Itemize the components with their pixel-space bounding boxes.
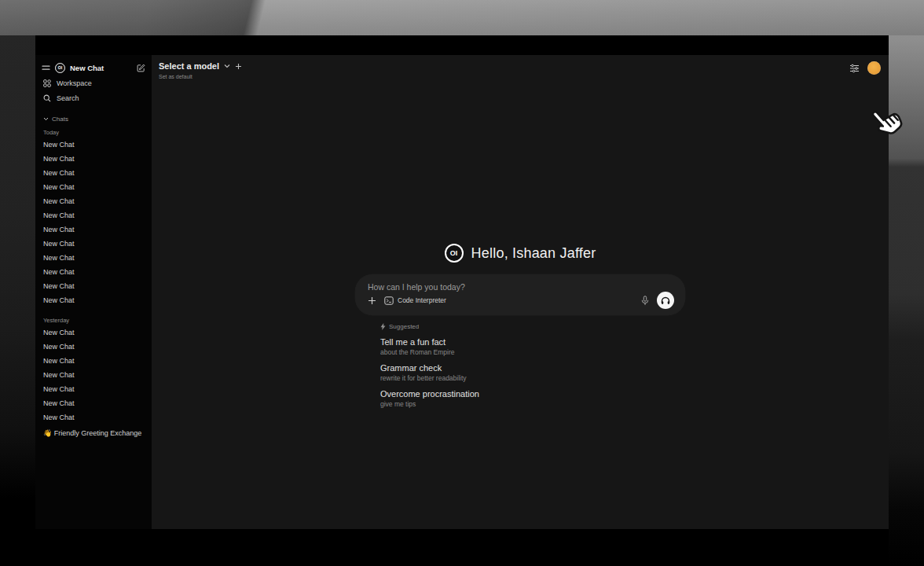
sidebar-chat-item[interactable]: New Chat [40,265,147,279]
code-interpreter-icon [384,296,394,305]
new-chat-pencil-icon[interactable] [137,64,145,72]
lightning-icon [380,323,386,330]
sidebar-new-chat-title[interactable]: New Chat [70,64,132,72]
sidebar-chat-item[interactable]: New Chat [40,138,147,152]
attach-plus-icon[interactable] [368,296,376,305]
sidebar-chat-item[interactable]: New Chat [40,410,147,424]
workspace-label: Workspace [57,79,92,87]
suggested-section: Suggested Tell me a fun fact about the R… [355,323,685,408]
sidebar-chat-item[interactable]: New Chat [40,237,147,251]
chat-group-label-today: Today [40,127,147,138]
sidebar-toggle-icon[interactable] [42,64,50,72]
suggestion-item[interactable]: Grammar check rewrite it for better read… [380,363,685,382]
model-selector-button[interactable]: Select a model [159,61,219,71]
code-interpreter-label: Code Interpreter [398,296,446,304]
sidebar-chat-item-friendly-greeting[interactable]: 👋 Friendly Greeting Exchange [40,426,147,440]
microphone-icon[interactable] [641,296,649,306]
sidebar-chat-item[interactable]: New Chat [40,293,147,307]
greeting-row: OI Hello, Ishaan Jaffer [355,244,685,263]
chats-section-label: Chats [52,116,68,123]
chat-list-today: New Chat New Chat New Chat New Chat New … [40,138,147,307]
code-interpreter-toggle[interactable]: Code Interpreter [384,296,446,305]
app-logo-icon: OI [55,63,65,73]
suggested-label: Suggested [389,323,419,330]
workspace-grid-icon [43,79,51,87]
user-avatar[interactable] [867,61,881,75]
desktop-right-band [889,0,924,566]
sidebar-chat-item[interactable]: New Chat [40,166,147,180]
chat-list-yesterday: New Chat New Chat New Chat New Chat New … [40,325,147,424]
chevron-down-icon [43,117,49,121]
desktop-top-band [0,0,924,35]
sidebar-chat-item[interactable]: New Chat [40,194,147,208]
sidebar-chat-item[interactable]: New Chat [40,325,147,340]
controls-sliders-icon[interactable] [849,64,860,73]
sidebar-chat-item[interactable]: New Chat [40,251,147,265]
main-header: Select a model Set as default [152,55,889,91]
add-model-plus-icon[interactable] [235,63,242,70]
model-chevron-down-icon[interactable] [224,64,230,68]
message-input-placeholder: How can I help you today? [368,282,674,292]
greeting-text: Hello, Ishaan Jaffer [471,245,596,262]
chats-section-toggle[interactable]: Chats [40,113,147,124]
welcome-panel: OI Hello, Ishaan Jaffer How can I help y… [355,244,685,408]
sidebar-chat-item[interactable]: New Chat [40,368,147,382]
sidebar-chat-item[interactable]: New Chat [40,222,147,237]
sidebar-chat-item[interactable]: New Chat [40,180,147,194]
suggestion-item[interactable]: Tell me a fun fact about the Roman Empir… [380,337,685,356]
set-as-default-button[interactable]: Set as default [159,74,881,79]
suggestion-item[interactable]: Overcome procrastination give me tips [380,389,685,408]
app-logo-icon: OI [445,244,464,263]
chat-group-label-yesterday: Yesterday [40,314,147,325]
sidebar-chat-item[interactable]: New Chat [40,396,147,410]
search-label: Search [57,94,79,102]
sidebar-chat-item[interactable]: New Chat [40,152,147,166]
voice-call-button[interactable] [657,292,674,309]
sidebar-chat-item[interactable]: New Chat [40,354,147,368]
sidebar: OI New Chat Workspace [35,55,152,529]
app-window: OI New Chat Workspace [35,35,889,529]
sidebar-item-search[interactable]: Search [40,90,147,105]
main-area: Select a model Set as default [152,55,889,529]
search-icon [43,94,51,102]
message-input[interactable]: How can I help you today? [355,274,685,315]
desktop-left-band [0,0,35,566]
window-top-strip [35,35,889,55]
sidebar-chat-item[interactable]: New Chat [40,208,147,222]
sidebar-chat-item[interactable]: New Chat [40,340,147,354]
sidebar-item-workspace[interactable]: Workspace [40,75,147,90]
sidebar-chat-item[interactable]: New Chat [40,382,147,396]
sidebar-chat-item[interactable]: New Chat [40,279,147,293]
suggestion-list: Tell me a fun fact about the Roman Empir… [380,337,685,408]
